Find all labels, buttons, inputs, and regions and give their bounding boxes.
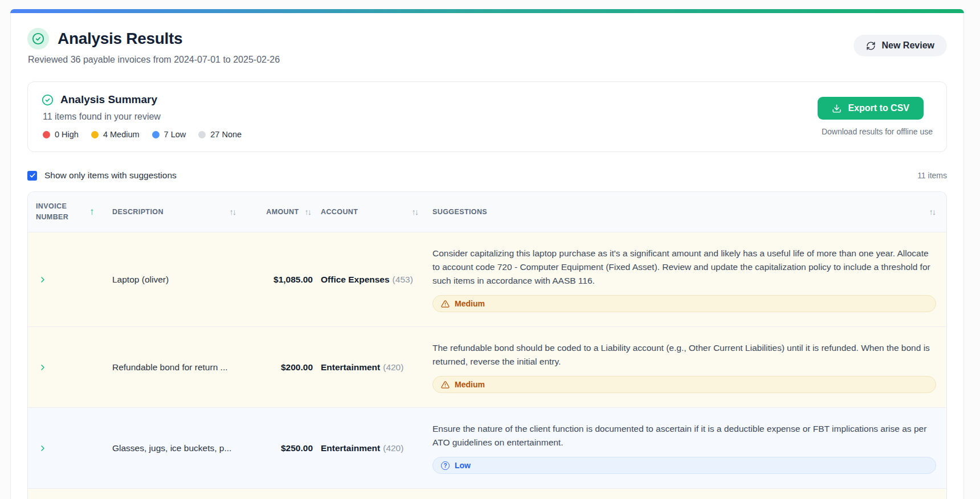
severity-dot-icon [198,131,206,138]
account-code: (420) [383,362,403,372]
items-count: 11 items [917,171,947,180]
severity-badge-label: Medium [455,380,485,389]
show-suggestions-filter[interactable]: Show only items with suggestions [27,170,177,181]
severity-counts: 0 High4 Medium7 Low27 None [43,130,242,139]
amount-cell: $1,085.00 [244,275,313,285]
amount-cell: $200.00 [244,362,313,373]
severity-dot-icon [152,131,160,138]
severity-dot-icon [43,131,50,138]
suggestion-cell: Ensure the nature of the client function… [432,408,946,488]
table-row-partial [28,488,946,499]
account-cell: Entertainment(420) [313,362,432,373]
description-cell: Glasses, jugs, ice buckets, p... [108,443,244,453]
sort-ascending-icon: ↑ [89,206,95,218]
invoice-number-cell [28,443,108,454]
amount-cell: $250.00 [244,443,313,453]
account-cell: Office Expenses(453) [313,275,432,285]
filter-row: Show only items with suggestions 11 item… [27,170,947,181]
warning-triangle-icon [441,381,450,389]
export-csv-label: Export to CSV [848,103,909,113]
table-header-row: INVOICE NUMBER ↑ DESCRIPTION ↑↓ AMOUNT ↑… [28,192,946,232]
column-label: INVOICE NUMBER [36,201,80,223]
summary-items-found: 11 items found in your review [43,112,242,122]
severity-count: 27 None [198,130,242,139]
table-body: Laptop (oliver)$1,085.00Office Expenses(… [28,232,946,499]
success-check-circle-icon [27,28,49,50]
checkbox-checked-icon[interactable] [27,171,37,181]
invoice-number-cell [28,274,108,285]
summary-title: Analysis Summary [60,93,157,106]
severity-badge: Medium [432,376,936,393]
results-table: INVOICE NUMBER ↑ DESCRIPTION ↑↓ AMOUNT ↑… [27,191,947,499]
expand-row-chevron-icon[interactable] [37,362,48,373]
column-label: SUGGESTIONS [432,208,487,216]
sort-icon: ↑↓ [230,207,237,216]
filter-label: Show only items with suggestions [44,170,177,181]
gradient-topbar [10,9,964,13]
table-row: Laptop (oliver)$1,085.00Office Expenses(… [28,232,946,326]
column-header-amount[interactable]: AMOUNT ↑↓ [244,207,313,216]
column-header-invoice-number[interactable]: INVOICE NUMBER ↑ [28,201,108,223]
invoice-number-cell [28,362,108,373]
analysis-summary-card: Analysis Summary 11 items found in your … [27,81,947,152]
expand-row-chevron-icon[interactable] [37,274,48,285]
page-header-left: Analysis Results Reviewed 36 payable inv… [27,28,280,65]
account-cell: Entertainment(420) [313,443,432,453]
suggestion-text: The refundable bond should be coded to a… [432,341,936,369]
severity-count: 7 Low [152,130,186,139]
table-row: Refundable bond for return ...$200.00Ent… [28,326,946,407]
suggestion-text: Consider capitalizing this laptop purcha… [432,247,936,288]
severity-dot-icon [91,131,99,138]
description-cell: Laptop (oliver) [108,275,244,285]
severity-badge: ?Low [432,457,936,474]
sort-icon: ↑↓ [929,207,937,216]
column-header-suggestions[interactable]: SUGGESTIONS ↑↓ [432,207,946,216]
account-code: (453) [393,275,413,284]
expand-row-chevron-icon[interactable] [37,443,48,454]
sort-icon: ↑↓ [412,207,419,216]
account-name: Entertainment [321,443,380,453]
warning-triangle-icon [441,300,450,308]
page-header: Analysis Results Reviewed 36 payable inv… [27,13,947,65]
suggestion-cell: Consider capitalizing this laptop purcha… [432,232,946,326]
account-code: (420) [383,443,403,453]
summary-left: Analysis Summary 11 items found in your … [42,93,242,139]
account-name: Office Expenses [321,275,390,284]
column-header-account[interactable]: ACCOUNT ↑↓ [313,207,432,216]
new-review-label: New Review [882,40,934,51]
main-container: Analysis Results Reviewed 36 payable inv… [10,13,964,499]
sort-icon: ↑↓ [305,207,312,216]
severity-badge-label: Low [455,461,471,470]
download-icon [832,104,842,113]
suggestion-text: Ensure the nature of the client function… [432,422,936,449]
help-circle-icon: ? [441,461,450,470]
suggestion-cell: The refundable bond should be coded to a… [432,327,946,407]
refresh-icon [866,41,876,51]
check-circle-icon [42,94,54,106]
severity-badge-label: Medium [455,299,485,308]
severity-count-label: 4 Medium [103,130,140,139]
export-csv-button[interactable]: Export to CSV [818,97,924,120]
column-label: ACCOUNT [321,208,358,216]
column-label: DESCRIPTION [112,208,164,216]
severity-count: 4 Medium [91,130,140,139]
column-label: AMOUNT [266,208,299,216]
summary-right: Export to CSV Download results for offli… [818,93,933,136]
new-review-button[interactable]: New Review [854,35,947,56]
table-row: Glasses, jugs, ice buckets, p...$250.00E… [28,407,946,488]
account-name: Entertainment [321,362,380,372]
page-title: Analysis Results [58,30,182,48]
severity-badge: Medium [432,295,936,312]
column-header-description[interactable]: DESCRIPTION ↑↓ [108,207,244,216]
severity-count-label: 27 None [210,130,242,139]
severity-count: 0 High [43,130,79,139]
description-cell: Refundable bond for return ... [108,362,244,373]
severity-count-label: 0 High [55,130,79,139]
export-caption: Download results for offline use [822,127,933,136]
page-subtitle: Reviewed 36 payable invoices from 2024-0… [28,55,280,65]
severity-count-label: 7 Low [164,130,186,139]
